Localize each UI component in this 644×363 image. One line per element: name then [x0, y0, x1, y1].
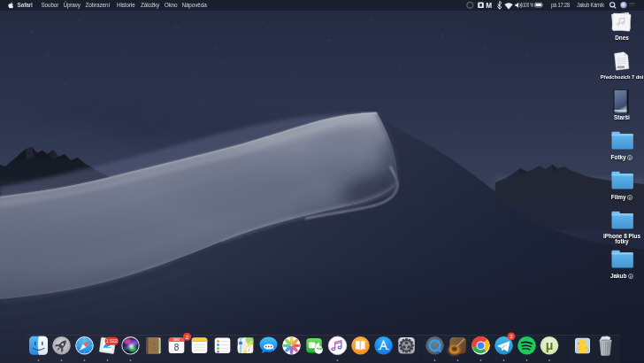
svg-text:ÚNO: ÚNO: [173, 337, 180, 342]
svg-text:µ: µ: [546, 338, 554, 353]
svg-text:2: 2: [186, 334, 189, 340]
svg-text:2: 2: [510, 333, 513, 339]
svg-text:8: 8: [174, 343, 180, 352]
svg-text:M: M: [486, 2, 492, 10]
svg-text:1 022: 1 022: [106, 338, 118, 344]
